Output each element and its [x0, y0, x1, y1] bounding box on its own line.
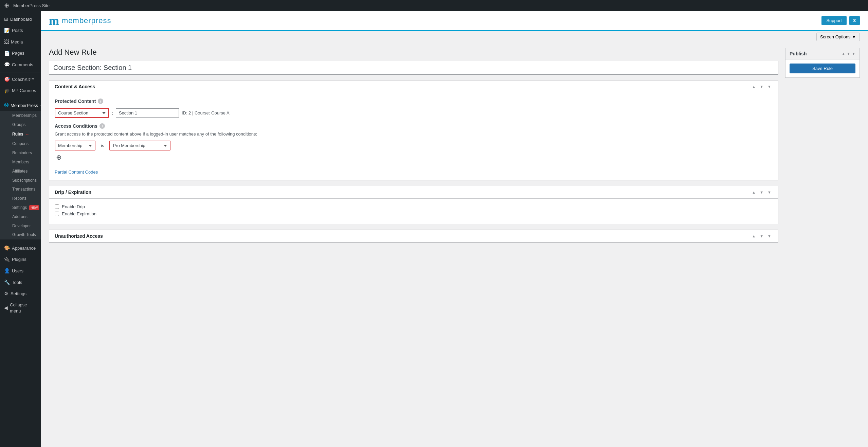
sidebar-item-settings-wp[interactable]: ⚙ Settings	[0, 288, 41, 300]
content-type-select[interactable]: Course Section Single Post Single Page M…	[55, 108, 109, 118]
rule-title-input[interactable]	[49, 61, 778, 75]
tools-label: Tools	[12, 280, 22, 286]
publish-down-button[interactable]: ▼	[847, 52, 850, 56]
sidebar-item-mp-courses[interactable]: 🎓 MP Courses	[0, 85, 41, 97]
publish-panel-body: Save Rule	[785, 59, 860, 77]
settings-label: Settings	[12, 205, 27, 211]
pages-icon: 📄	[4, 50, 10, 57]
sidebar-item-memberships[interactable]: Memberships	[4, 111, 41, 120]
divider-1	[0, 72, 41, 72]
enable-expiration-checkbox[interactable]	[55, 212, 59, 216]
sidebar-item-reports[interactable]: Reports	[4, 194, 41, 203]
panel-down-button[interactable]: ▼	[758, 84, 765, 89]
reports-label: Reports	[12, 196, 26, 201]
coupons-label: Coupons	[12, 141, 29, 147]
unauthorized-panel-close-button[interactable]: ▼	[766, 233, 773, 239]
sidebar-item-reminders[interactable]: Reminders	[4, 148, 41, 158]
memberships-label: Memberships	[12, 113, 37, 119]
main-content: m memberpress Support ✉ Screen Options ▼…	[41, 11, 868, 447]
divider-3	[0, 241, 41, 241]
unauthorized-panel-up-button[interactable]: ▲	[751, 233, 757, 239]
panel-close-button[interactable]: ▼	[766, 84, 773, 89]
condition-type-select[interactable]: Membership User Role Capability	[55, 141, 95, 150]
sidebar-item-members[interactable]: Members	[4, 158, 41, 167]
sidebar-item-pages[interactable]: 📄 Pages	[0, 48, 41, 59]
sidebar-item-coachkit[interactable]: 🎯 CoachKit™	[0, 74, 41, 85]
memberpress-menu-header[interactable]: Ⓜ MemberPress ◀	[0, 100, 41, 111]
settings-wp-icon: ⚙	[4, 290, 8, 297]
sidebar-item-label: Pages	[12, 50, 24, 56]
drip-panel: Drip / Expiration ▲ ▼ ▼ Enable Drip	[49, 186, 778, 224]
sidebar-item-collapse[interactable]: ◀ Collapse menu	[0, 300, 41, 317]
sidebar-item-addons[interactable]: Add-ons	[4, 212, 41, 221]
sidebar-item-transactions[interactable]: Transactions	[4, 185, 41, 194]
mp-header: m memberpress Support ✉	[41, 11, 868, 31]
sidebar-item-tools[interactable]: 🔧 Tools	[0, 277, 41, 288]
sidebar-item-media[interactable]: 🖼 Media	[0, 36, 41, 48]
mp-logo-text: memberpress	[62, 16, 111, 25]
enable-expiration-row: Enable Expiration	[55, 211, 773, 216]
drip-panel-up-button[interactable]: ▲	[751, 190, 757, 195]
admin-bar: ⊕ MemberPress Site	[0, 0, 868, 11]
mp-courses-icon: 🎓	[4, 88, 10, 94]
developer-label: Developer	[12, 223, 31, 229]
growth-tools-label: Growth Tools	[12, 232, 36, 238]
reminders-label: Reminders	[12, 150, 32, 156]
sidebar-item-appearance[interactable]: 🎨 Appearance	[0, 243, 41, 254]
sidebar-item-posts[interactable]: 📝 Posts	[0, 25, 41, 37]
drip-panel-close-button[interactable]: ▼	[766, 190, 773, 195]
tools-icon: 🔧	[4, 279, 10, 286]
save-rule-button[interactable]: Save Rule	[790, 64, 855, 73]
publish-panel-header: Publish ▲ ▼ ▼	[785, 48, 860, 59]
protected-content-label: Protected Content i	[55, 99, 773, 104]
wp-logo[interactable]: ⊕	[4, 2, 9, 9]
plugins-icon: 🔌	[4, 256, 10, 263]
condition-value-select[interactable]: Pro Membership Basic Membership Enterpri…	[109, 141, 170, 150]
drip-panel-down-button[interactable]: ▼	[758, 190, 765, 195]
section-input[interactable]	[116, 108, 179, 118]
sidebar-item-comments[interactable]: 💬 Comments	[0, 59, 41, 71]
unauthorized-panel-title: Unauthorized Access	[55, 233, 103, 239]
publish-ctrl-btns: ▲ ▼ ▼	[842, 52, 855, 56]
add-condition-button[interactable]: ⊕	[55, 153, 63, 161]
publish-close-button[interactable]: ▼	[852, 52, 855, 56]
sidebar-item-affiliates[interactable]: Affiliates	[4, 167, 41, 176]
unauthorized-panel-down-button[interactable]: ▼	[758, 233, 765, 239]
publish-up-button[interactable]: ▲	[842, 52, 845, 56]
partial-content-link[interactable]: Partial Content Codes	[55, 169, 98, 175]
sidebar-item-groups[interactable]: Groups	[4, 120, 41, 129]
addons-label: Add-ons	[12, 214, 28, 220]
support-button[interactable]: Support	[821, 16, 847, 25]
access-grant-text: Grant access to the protected content ab…	[55, 131, 773, 137]
protected-content-info-icon[interactable]: i	[98, 99, 103, 104]
collapse-label: Collapse menu	[10, 302, 37, 314]
comments-icon: 💬	[4, 61, 10, 68]
content-access-panel-title: Content & Access	[55, 84, 95, 89]
sidebar-item-growth-tools[interactable]: Growth Tools	[4, 230, 41, 239]
admin-bar-site[interactable]: MemberPress Site	[13, 3, 50, 8]
screen-options-bar: Screen Options ▼	[41, 31, 868, 42]
groups-label: Groups	[12, 122, 25, 128]
posts-icon: 📝	[4, 28, 10, 34]
enable-drip-checkbox[interactable]	[55, 204, 59, 209]
sidebar-item-subscriptions[interactable]: Subscriptions	[4, 176, 41, 185]
mail-button[interactable]: ✉	[849, 16, 860, 25]
media-icon: 🖼	[4, 39, 9, 46]
access-conditions-info-icon[interactable]: i	[100, 123, 105, 129]
partial-content-section: Partial Content Codes	[55, 167, 773, 175]
sidebar-item-plugins[interactable]: 🔌 Plugins	[0, 254, 41, 266]
unauthorized-panel: Unauthorized Access ▲ ▼ ▼	[49, 230, 778, 243]
sidebar-item-users[interactable]: 👤 Users	[0, 265, 41, 277]
content-meta: ID: 2 | Course: Course A	[182, 110, 230, 115]
sidebar-item-settings[interactable]: Settings NEW	[4, 203, 41, 212]
enable-expiration-label[interactable]: Enable Expiration	[62, 211, 96, 216]
sidebar-item-coupons[interactable]: Coupons	[4, 139, 41, 148]
sidebar-item-rules[interactable]: Rules ←	[4, 129, 41, 140]
sidebar-item-dashboard[interactable]: ⊞ Dashboard	[0, 14, 41, 25]
drip-panel-body: Enable Drip Enable Expiration	[49, 199, 778, 224]
screen-options-button[interactable]: Screen Options ▼	[816, 33, 860, 41]
memberpress-label: MemberPress	[11, 103, 38, 108]
enable-drip-label[interactable]: Enable Drip	[62, 204, 85, 209]
sidebar-item-developer[interactable]: Developer	[4, 221, 41, 231]
panel-up-button[interactable]: ▲	[751, 84, 757, 89]
